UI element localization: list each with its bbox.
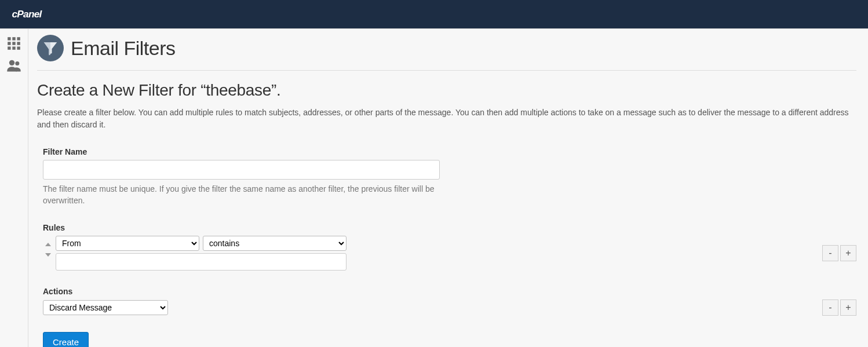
svg-rect-9	[17, 46, 20, 49]
cpanel-logo-icon: cPanel	[12, 8, 67, 21]
rule-add-button[interactable]: +	[840, 245, 856, 261]
rule-row: From contains - +	[43, 236, 856, 271]
rules-label: Rules	[43, 223, 856, 232]
svg-rect-1	[8, 37, 10, 40]
action-row: Discard Message - +	[43, 299, 856, 316]
description: Please create a filter below. You can ad…	[37, 107, 856, 131]
main-content: Email Filters Create a New Filter for “t…	[28, 29, 868, 347]
action-remove-button[interactable]: -	[822, 299, 838, 316]
page-header: Email Filters	[37, 35, 856, 70]
rule-remove-button[interactable]: -	[822, 245, 838, 261]
divider	[37, 70, 856, 71]
move-up-icon[interactable]	[45, 243, 51, 246]
top-bar: cPanel	[0, 0, 868, 29]
svg-rect-4	[8, 42, 10, 45]
rule-operator-select[interactable]: contains	[203, 236, 347, 251]
svg-text:cPanel: cPanel	[12, 8, 43, 20]
action-add-button[interactable]: +	[840, 299, 856, 316]
sidebar	[0, 29, 28, 347]
actions-label: Actions	[43, 287, 856, 296]
page-title: Email Filters	[71, 37, 176, 60]
svg-rect-2	[12, 37, 15, 40]
svg-rect-6	[17, 42, 20, 45]
filter-name-label: Filter Name	[43, 147, 856, 156]
filter-icon	[37, 35, 64, 61]
rule-value-input[interactable]	[56, 253, 347, 271]
move-down-icon[interactable]	[45, 253, 51, 257]
svg-rect-8	[12, 46, 15, 49]
svg-point-11	[15, 61, 19, 65]
svg-rect-7	[8, 46, 10, 49]
svg-rect-5	[12, 42, 15, 45]
svg-point-10	[9, 60, 14, 65]
sort-arrows	[43, 236, 53, 260]
svg-rect-3	[17, 37, 20, 40]
apps-grid-icon[interactable]	[5, 35, 23, 52]
rule-field-select[interactable]: From	[56, 236, 199, 251]
filter-name-help: The filter name must be unique. If you g…	[43, 183, 440, 207]
users-icon[interactable]	[5, 57, 23, 74]
subheading: Create a New Filter for “theebase”.	[37, 81, 856, 100]
create-button[interactable]: Create	[43, 332, 89, 347]
action-select[interactable]: Discard Message	[43, 300, 168, 315]
cpanel-logo[interactable]: cPanel	[12, 8, 67, 21]
filter-name-input[interactable]	[43, 160, 440, 180]
